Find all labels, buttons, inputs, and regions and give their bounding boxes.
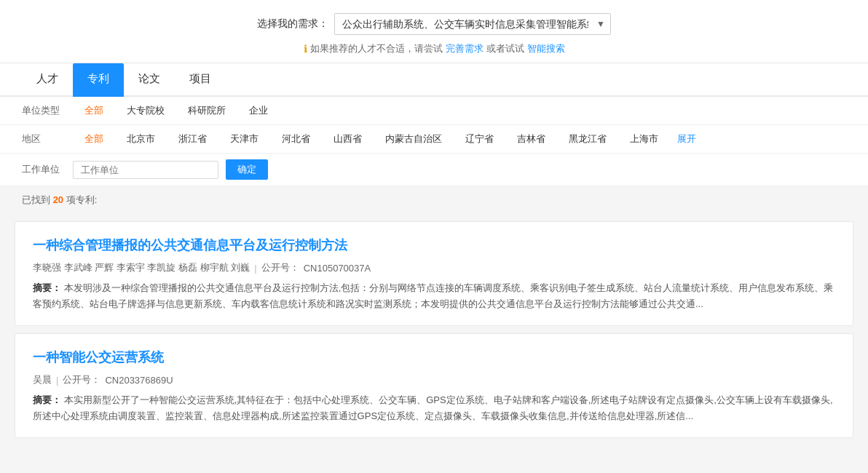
unit-type-options: 全部 大专院校 科研院所 企业 (73, 103, 280, 119)
region-zhejiang[interactable]: 浙江省 (167, 131, 218, 147)
results-count: 20 (53, 194, 63, 205)
unit-type-label: 单位类型 (22, 104, 73, 117)
tab-patent[interactable]: 专利 (73, 63, 124, 97)
authors-2: 吴晨 (33, 373, 52, 386)
unit-type-research[interactable]: 科研院所 (176, 103, 237, 119)
region-label: 地区 (22, 132, 73, 146)
complete-need-link[interactable]: 完善需求 (446, 42, 484, 55)
main-tabs: 人才 专利 论文 项目 (0, 63, 868, 97)
work-unit-label: 工作单位 (22, 163, 73, 176)
abstract-text-2: 本实用新型公开了一种智能公交运营系统,其特征在于：包括中心处理系统、公交车辆、G… (33, 394, 833, 421)
pub-no-1: CN105070037A (304, 263, 371, 274)
region-hebei[interactable]: 河北省 (270, 131, 322, 147)
region-jilin[interactable]: 吉林省 (505, 131, 557, 147)
abstract-label-2: 摘要： (33, 394, 61, 405)
found-prefix: 已找到 (22, 194, 50, 205)
select-wrapper: 公众出行辅助系统、公交车辆实时信息采集管理智能系统 ▼ (334, 13, 611, 35)
authors-1: 李晓强 李武峰 严辉 李索宇 李凯旋 杨磊 柳宇航 刘巍 (33, 261, 250, 274)
work-unit-filter-row: 工作单位 确定 (0, 154, 868, 186)
need-select[interactable]: 公众出行辅助系统、公交车辆实时信息采集管理智能系统 (334, 13, 611, 35)
region-all[interactable]: 全部 (73, 131, 115, 147)
result-abstract-2: 摘要： 本实用新型公开了一种智能公交运营系统,其特征在于：包括中心处理系统、公交… (33, 392, 835, 424)
top-bar: 选择我的需求： 公众出行辅助系统、公交车辆实时信息采集管理智能系统 ▼ ℹ 如果… (0, 0, 868, 63)
abstract-label-1: 摘要： (33, 282, 61, 293)
divider-2: | (56, 375, 58, 386)
tab-talent[interactable]: 人才 (22, 63, 73, 97)
found-suffix: 项专利: (66, 194, 98, 205)
info-text: 如果推荐的人才不合适，请尝试 (310, 42, 443, 55)
region-shanghai[interactable]: 上海市 (618, 131, 670, 147)
pub-no-label-1: 公开号： (261, 261, 299, 274)
unit-type-college[interactable]: 大专院校 (115, 103, 176, 119)
result-card-2: 一种智能公交运营系统 吴晨 | 公开号： CN203376869U 摘要： 本实… (15, 333, 853, 438)
confirm-button[interactable]: 确定 (226, 159, 268, 180)
unit-type-all[interactable]: 全部 (73, 103, 115, 119)
region-liaoning[interactable]: 辽宁省 (454, 131, 505, 147)
info-middle-text: 或者试试 (486, 42, 524, 55)
region-heilongjiang[interactable]: 黑龙江省 (557, 131, 618, 147)
smart-search-link[interactable]: 智能搜索 (527, 42, 565, 55)
unit-type-enterprise[interactable]: 企业 (237, 103, 280, 119)
result-title-2[interactable]: 一种智能公交运营系统 (33, 349, 835, 366)
region-neimenggu[interactable]: 内蒙古自治区 (374, 131, 454, 147)
info-row: ℹ 如果推荐的人才不合适，请尝试 完善需求 或者试试 智能搜索 (0, 42, 868, 55)
result-meta-1: 李晓强 李武峰 严辉 李索宇 李凯旋 杨磊 柳宇航 刘巍 | 公开号： CN10… (33, 261, 835, 274)
select-label: 选择我的需求： (257, 17, 328, 31)
tab-paper[interactable]: 论文 (124, 63, 175, 97)
pub-no-label-2: 公开号： (63, 373, 100, 386)
region-tianjin[interactable]: 天津市 (218, 131, 270, 147)
work-unit-input[interactable] (73, 161, 218, 179)
result-card-1: 一种综合管理播报的公共交通信息平台及运行控制方法 李晓强 李武峰 严辉 李索宇 … (15, 221, 853, 326)
divider-1: | (254, 263, 256, 274)
select-row: 选择我的需求： 公众出行辅助系统、公交车辆实时信息采集管理智能系统 ▼ (0, 13, 868, 35)
unit-type-filter-row: 单位类型 全部 大专院校 科研院所 企业 (0, 97, 868, 125)
show-more-regions[interactable]: 展开 (677, 132, 696, 146)
result-abstract-1: 摘要： 本发明涉及一种综合管理播报的公共交通信息平台及运行控制方法,包括：分别与… (33, 280, 835, 312)
region-beijing[interactable]: 北京市 (115, 131, 167, 147)
region-filter-row: 地区 全部 北京市 浙江省 天津市 河北省 山西省 内蒙古自治区 辽宁省 吉林省… (0, 125, 868, 154)
filter-bar: 单位类型 全部 大专院校 科研院所 企业 地区 全部 北京市 浙江省 天津市 河… (0, 97, 868, 186)
info-icon: ℹ (304, 43, 307, 55)
pub-no-2: CN203376869U (105, 375, 173, 386)
result-title-1[interactable]: 一种综合管理播报的公共交通信息平台及运行控制方法 (33, 236, 835, 254)
region-shanxi[interactable]: 山西省 (322, 131, 374, 147)
region-options: 全部 北京市 浙江省 天津市 河北省 山西省 内蒙古自治区 辽宁省 吉林省 黑龙… (73, 131, 696, 147)
abstract-text-1: 本发明涉及一种综合管理播报的公共交通信息平台及运行控制方法,包括：分别与网络节点… (33, 282, 833, 309)
results-header: 已找到 20 项专利: (0, 186, 868, 214)
tab-project[interactable]: 项目 (175, 63, 226, 97)
result-meta-2: 吴晨 | 公开号： CN203376869U (33, 373, 835, 386)
